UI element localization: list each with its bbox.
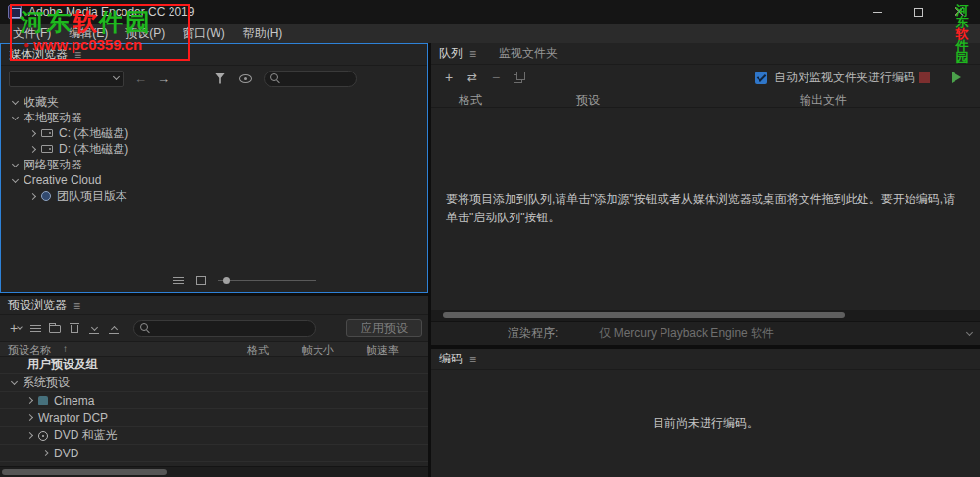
scrollbar-thumb[interactable]	[443, 312, 845, 318]
column-preset-name[interactable]: 预设名称	[8, 343, 51, 358]
preset-row-dvd-bluray[interactable]: DVD 和蓝光	[0, 427, 428, 445]
trash-icon	[71, 325, 78, 333]
preset-row-system-presets[interactable]: 系统预设	[0, 374, 428, 392]
list-view-icon[interactable]	[173, 276, 184, 285]
preset-browser-title: 预设浏览器	[8, 297, 67, 313]
column-preset: 预设	[576, 92, 600, 109]
sort-ascending-icon[interactable]: ↑	[63, 343, 68, 354]
location-dropdown[interactable]	[9, 71, 124, 87]
export-preset-button[interactable]	[104, 319, 123, 337]
tree-item-network-drives[interactable]: 网络驱动器	[1, 157, 427, 172]
preset-list: 用户预设及组 系统预设 Cinema Wraptor DCP DVD 和蓝光 D…	[0, 357, 428, 462]
chevron-down-icon	[17, 324, 23, 330]
column-output-file: 输出文件	[800, 92, 847, 109]
stop-queue-button[interactable]	[919, 72, 930, 83]
view-options-icon[interactable]	[239, 74, 252, 83]
chevron-right-icon[interactable]	[26, 414, 33, 421]
tree-item-creative-cloud[interactable]: Creative Cloud	[1, 172, 427, 188]
media-browser-panel: 媒体浏览器 ≡ ← → 收藏夹 本地驱动器 C: (本地磁盘) D: (	[0, 43, 428, 293]
chevron-down-icon[interactable]	[12, 113, 19, 119]
chevron-right-icon[interactable]	[42, 450, 49, 456]
auto-encode-option: 自动对监视文件夹进行编码	[755, 70, 915, 86]
cinema-icon	[38, 396, 48, 405]
remove-button[interactable]: −	[486, 69, 506, 86]
preset-row-label: Wraptor DCP	[38, 411, 108, 425]
auto-encode-checkbox[interactable]	[755, 72, 767, 84]
chevron-right-icon[interactable]	[26, 432, 33, 439]
queue-panel: 队列 ≡ 监视文件夹 + ⇄ − 自动对监视文件夹进行编码 格式 预设 输出文件…	[431, 43, 980, 345]
forward-button[interactable]: →	[157, 72, 170, 86]
panel-menu-icon[interactable]: ≡	[469, 353, 476, 366]
preset-row-user-presets[interactable]: 用户预设及组	[0, 357, 428, 374]
tab-watch-folders[interactable]: 监视文件夹	[499, 45, 558, 62]
zoom-slider-thumb[interactable]	[223, 277, 230, 284]
thumbnail-view-icon[interactable]	[196, 276, 206, 285]
search-icon	[140, 323, 151, 334]
chevron-down-icon[interactable]	[12, 97, 19, 104]
zoom-slider[interactable]	[218, 274, 316, 286]
drive-icon	[41, 145, 53, 153]
tree-item-drive-c[interactable]: C: (本地磁盘)	[1, 125, 427, 141]
chevron-down-icon[interactable]	[11, 378, 18, 385]
preset-row-label: DVD	[54, 447, 78, 460]
column-frame-rate: 帧速率	[367, 343, 399, 358]
queue-column-header: 格式 预设 输出文件	[431, 90, 980, 108]
scrollbar-thumb[interactable]	[2, 469, 167, 475]
encoding-header: 编码 ≡	[431, 349, 980, 370]
back-button[interactable]: ←	[134, 72, 147, 86]
chevron-right-icon[interactable]	[29, 145, 36, 152]
filter-icon[interactable]	[215, 73, 225, 84]
tree-item-team-projects[interactable]: 团队项目版本	[1, 188, 427, 204]
start-queue-button[interactable]	[952, 72, 961, 83]
column-format: 格式	[459, 92, 482, 109]
auto-encode-label: 自动对监视文件夹进行编码	[774, 70, 915, 86]
folder-icon	[49, 325, 61, 333]
renderer-value: 仅 Mercury Playback Engine 软件	[599, 325, 774, 342]
tree-item-drive-d[interactable]: D: (本地磁盘)	[1, 141, 427, 157]
tree-item-label: C: (本地磁盘)	[59, 125, 128, 142]
preset-row-cinema[interactable]: Cinema	[0, 392, 428, 409]
minimize-button[interactable]	[857, 0, 898, 24]
plus-icon: +	[10, 321, 18, 335]
preset-row-wraptor-dcp[interactable]: Wraptor DCP	[0, 409, 428, 427]
media-search-input[interactable]	[286, 72, 350, 85]
new-preset-group-button[interactable]	[45, 319, 65, 337]
import-preset-button[interactable]	[84, 319, 104, 337]
chevron-right-icon[interactable]	[26, 397, 33, 404]
delete-preset-button[interactable]	[65, 319, 84, 337]
encoding-title: 编码	[439, 351, 463, 367]
queue-horizontal-scrollbar[interactable]	[431, 310, 980, 321]
preset-row-dvd[interactable]: DVD	[0, 445, 428, 462]
chevron-down-icon[interactable]	[12, 175, 19, 182]
preset-row-label: DVD 和蓝光	[54, 427, 118, 444]
panel-menu-icon[interactable]: ≡	[469, 47, 476, 61]
tree-item-favorites[interactable]: 收藏夹	[1, 94, 427, 110]
preset-browser-panel: 预设浏览器 ≡ + 应用预设 预设名称 ↑ 格式 帧大小 帧速率 用户预设及组 …	[0, 296, 428, 477]
renderer-dropdown[interactable]: 仅 Mercury Playback Engine 软件	[569, 325, 972, 342]
watermark-box: 河东软件园 ● www.pc0359.cn	[10, 4, 190, 61]
drive-icon	[41, 129, 53, 137]
preset-settings-button[interactable]	[25, 319, 45, 337]
watermark-url: www.pc0359.cn	[33, 35, 142, 55]
chevron-down-icon[interactable]	[12, 160, 19, 167]
duplicate-button[interactable]	[510, 69, 529, 86]
chevron-right-icon[interactable]	[29, 192, 36, 199]
panel-menu-icon[interactable]: ≡	[74, 299, 80, 312]
preset-horizontal-scrollbar[interactable]	[0, 466, 428, 477]
swap-icon: ⇄	[467, 72, 477, 83]
apply-preset-button[interactable]: 应用预设	[346, 319, 422, 337]
sliders-icon	[30, 324, 41, 333]
add-output-button[interactable]: ⇄	[463, 69, 482, 86]
preset-search-input[interactable]	[156, 321, 309, 335]
chevron-right-icon[interactable]	[29, 129, 36, 136]
renderer-label: 渲染程序:	[508, 325, 558, 342]
chevron-down-icon	[966, 329, 973, 336]
add-source-button[interactable]: +	[439, 69, 459, 86]
maximize-button[interactable]	[898, 0, 939, 24]
new-preset-button[interactable]: +	[6, 319, 25, 337]
menu-item-help[interactable]: 帮助(H)	[234, 24, 292, 43]
encoding-panel: 编码 ≡ 目前尚未进行编码。	[431, 349, 980, 477]
tree-item-local-drives[interactable]: 本地驱动器	[1, 110, 427, 125]
queue-drop-area[interactable]: 要将项目添加到队列,请单击"添加源"按钮或者从媒体浏览器或桌面将文件拖到此处。要…	[431, 108, 980, 310]
tab-queue[interactable]: 队列	[439, 45, 463, 62]
